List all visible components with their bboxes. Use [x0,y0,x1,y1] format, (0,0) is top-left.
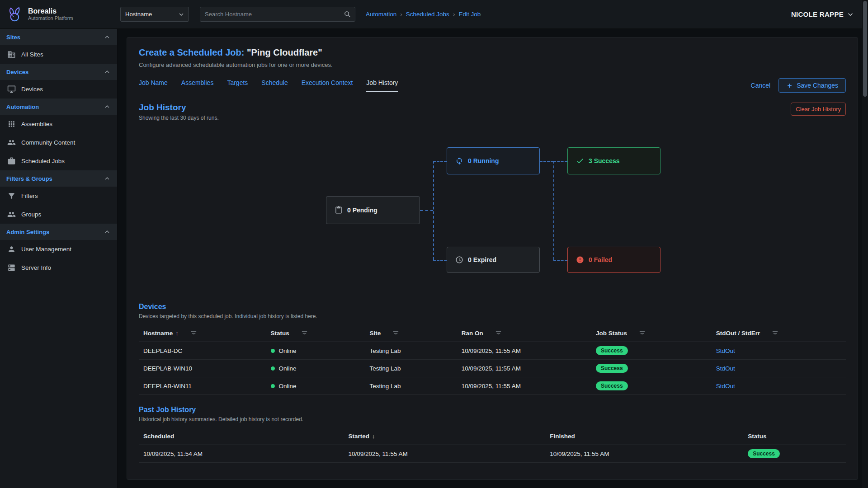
sync-icon [455,157,463,165]
breadcrumb-edit-job[interactable]: Edit Job [458,11,481,18]
page-title-prefix: Create a Scheduled Job: [139,47,244,57]
filter-list-icon[interactable] [639,330,646,337]
filter-list-icon[interactable] [495,330,502,337]
flow-connector [433,161,447,162]
brand: Borealis Automation Platform [0,5,118,23]
chevron-up-icon [104,103,111,110]
sidebar: Sites All Sites Devices Devices Automati… [0,29,118,488]
page-title: Create a Scheduled Job: "Ping Cloudflare… [139,47,846,58]
cancel-button[interactable]: Cancel [751,82,771,89]
tab-targets[interactable]: Targets [227,79,248,92]
sidebar-item-label: User Management [21,246,71,253]
building-icon [7,50,16,59]
user-menu[interactable]: NICOLE RAPPE [791,10,854,19]
col-status: Status [271,330,289,337]
sidebar-item-groups[interactable]: Groups [0,205,117,224]
online-dot [271,366,275,371]
breadcrumb-scheduled-jobs[interactable]: Scheduled Jobs [406,11,449,18]
save-changes-button[interactable]: Save Changes [778,78,846,93]
table-row[interactable]: DEEPLAB-WIN11 Online Testing Lab 10/09/2… [139,377,846,395]
past-table-header-row: Scheduled Started ↓ Finished Status [139,428,846,445]
hostname-select[interactable]: Hostname [120,7,189,22]
flow-connector [433,161,434,260]
topbar: Borealis Automation Platform Hostname Au… [0,0,868,29]
sort-asc-icon[interactable]: ↑ [175,330,179,337]
col-job-status: Job Status [596,330,627,337]
cell-site: Testing Lab [365,360,457,377]
job-history-header: Job History Showing the last 30 days of … [139,103,846,121]
col-finished: Finished [550,433,575,440]
flow-success-label: 3 Success [589,157,620,164]
stdout-link[interactable]: StdOut [716,383,735,389]
breadcrumb-separator: › [453,11,455,18]
breadcrumb: Automation › Scheduled Jobs › Edit Job [366,11,481,18]
sidebar-section-filters-groups[interactable]: Filters & Groups [0,170,117,187]
tab-schedule[interactable]: Schedule [261,79,288,92]
breadcrumb-automation[interactable]: Automation [366,11,396,18]
breadcrumb-separator: › [400,11,402,18]
brand-subtitle: Automation Platform [28,15,73,21]
cell-ran-on: 10/09/2025, 11:55 AM [457,342,591,360]
flow-box-success: 3 Success [567,147,660,174]
briefcase-icon [7,157,16,165]
filter-list-icon[interactable] [301,330,308,337]
flow-box-failed: 0 Failed [567,247,660,273]
chevron-up-icon [104,33,111,41]
cell-started: 10/09/2025, 11:55 AM [344,445,546,463]
cell-ran-on: 10/09/2025, 11:55 AM [457,360,591,377]
devices-table-header-row: Hostname ↑ Status Site [139,325,846,342]
sidebar-item-label: Community Content [21,139,75,146]
sidebar-item-user-management[interactable]: User Management [0,240,117,258]
tab-assemblies[interactable]: Assemblies [181,79,214,92]
people-icon [7,138,16,147]
status-badge: Success [596,364,628,373]
scrollbar-thumb[interactable] [863,1,867,97]
cell-hostname: DEEPLAB-WIN10 [139,360,266,377]
tab-job-name[interactable]: Job Name [139,79,168,92]
stdout-link[interactable]: StdOut [716,365,735,372]
flow-connector [433,260,447,261]
sidebar-item-label: All Sites [21,51,43,58]
check-icon [576,157,584,165]
hostname-select-value: Hostname [125,11,152,18]
sidebar-item-scheduled-jobs[interactable]: Scheduled Jobs [0,152,117,170]
filter-list-icon[interactable] [392,330,399,337]
flow-connector [553,260,567,261]
sidebar-item-label: Assemblies [21,121,52,127]
rabbit-logo-icon [5,5,24,23]
brand-name: Borealis [28,7,73,15]
past-job-history-subheading: Historical job history summaries. Detail… [139,416,846,422]
tab-execution-context[interactable]: Execution Context [302,79,353,92]
sidebar-section-admin-settings[interactable]: Admin Settings [0,224,117,240]
flow-box-running: 0 Running [447,147,540,174]
sidebar-section-devices[interactable]: Devices [0,64,117,80]
col-hostname: Hostname [143,330,173,337]
table-row[interactable]: DEEPLAB-WIN10 Online Testing Lab 10/09/2… [139,360,846,377]
chevron-up-icon [104,68,111,75]
sidebar-item-filters[interactable]: Filters [0,187,117,205]
clear-job-history-button[interactable]: Clear Job History [791,103,846,116]
table-row[interactable]: DEEPLAB-DC Online Testing Lab 10/09/2025… [139,342,846,360]
search-input[interactable] [205,11,344,18]
search-icon[interactable] [344,10,351,18]
sidebar-section-automation[interactable]: Automation [0,99,117,115]
flow-running-label: 0 Running [468,157,499,164]
server-icon [7,263,16,272]
sort-desc-icon[interactable]: ↓ [372,433,375,440]
chevron-up-icon [104,175,111,182]
sidebar-item-assemblies[interactable]: Assemblies [0,115,117,133]
main-content: Create a Scheduled Job: "Ping Cloudflare… [118,29,868,488]
filter-list-icon[interactable] [772,330,778,337]
sidebar-section-sites[interactable]: Sites [0,29,117,45]
clipboard-icon [335,206,343,214]
filter-list-icon[interactable] [190,330,197,337]
sidebar-item-devices[interactable]: Devices [0,80,117,99]
stdout-link[interactable]: StdOut [716,347,735,354]
sidebar-item-all-sites[interactable]: All Sites [0,45,117,64]
table-row[interactable]: 10/09/2025, 11:54 AM 10/09/2025, 11:55 A… [139,445,846,463]
sidebar-item-community-content[interactable]: Community Content [0,133,117,152]
sidebar-item-server-info[interactable]: Server Info [0,258,117,277]
sidebar-section-label: Filters & Groups [6,175,52,182]
scrollbar[interactable] [862,0,868,488]
tab-job-history[interactable]: Job History [366,79,398,92]
